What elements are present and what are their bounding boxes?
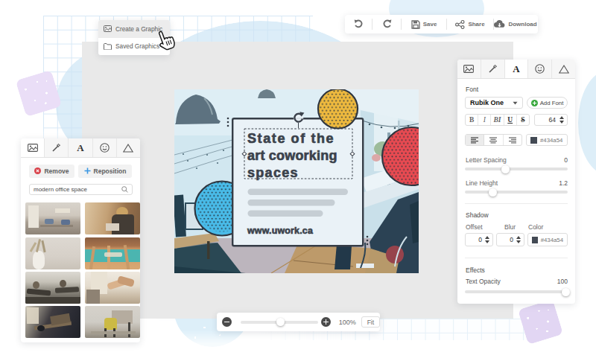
svg-text:art coworking: art coworking [247, 148, 337, 163]
svg-text:State of the: State of the [247, 131, 335, 146]
svg-text:www.uwork.ca: www.uwork.ca [247, 226, 313, 236]
svg-text:spaces: spaces [247, 165, 299, 180]
